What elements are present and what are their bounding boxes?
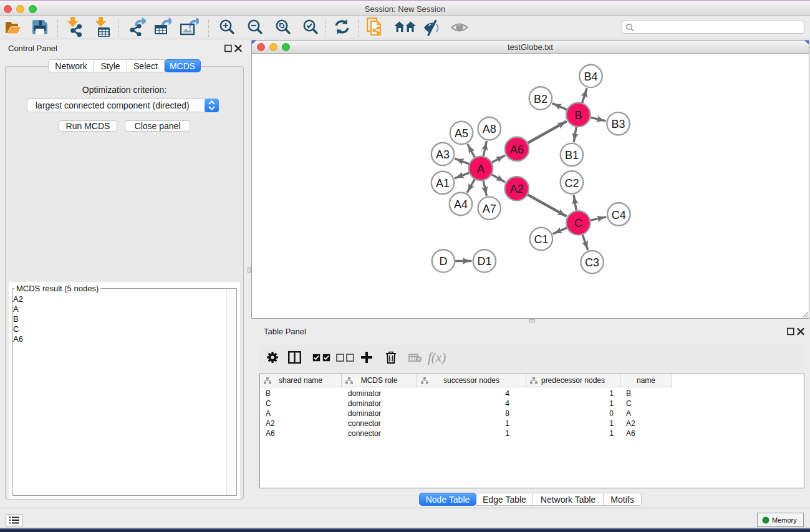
- svg-text:A6: A6: [510, 143, 524, 156]
- svg-text:B4: B4: [584, 70, 597, 83]
- svg-text:A3: A3: [436, 148, 450, 161]
- svg-text:D1: D1: [477, 255, 491, 268]
- svg-text:B3: B3: [611, 118, 625, 130]
- svg-text:A5: A5: [455, 127, 468, 140]
- svg-text:C3: C3: [585, 256, 599, 269]
- svg-text:C2: C2: [564, 177, 579, 190]
- svg-text:B: B: [574, 109, 582, 122]
- svg-text:B1: B1: [565, 149, 579, 162]
- svg-text:C4: C4: [612, 209, 626, 221]
- svg-text:C: C: [574, 217, 582, 230]
- svg-text:B2: B2: [534, 93, 547, 105]
- svg-text:A7: A7: [483, 203, 496, 215]
- svg-text:A2: A2: [510, 183, 524, 195]
- svg-text:A1: A1: [436, 177, 450, 190]
- svg-text:C1: C1: [534, 233, 548, 246]
- svg-text:A: A: [477, 163, 485, 175]
- svg-text:D: D: [439, 255, 447, 268]
- svg-text:A8: A8: [483, 123, 496, 135]
- svg-text:A4: A4: [454, 198, 468, 211]
